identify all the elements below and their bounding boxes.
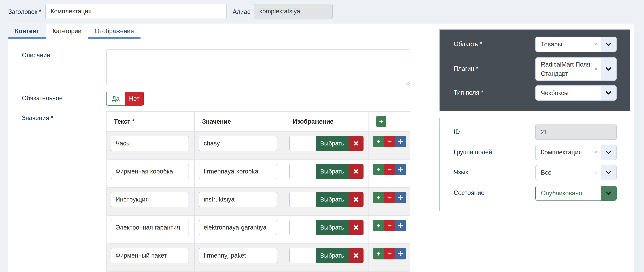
remove-image-button[interactable] [348, 248, 363, 263]
chevron-down-icon[interactable] [601, 165, 616, 180]
row-add-button[interactable]: + [373, 248, 384, 259]
area-label: Область * [454, 40, 482, 48]
clear-x-icon[interactable]: × [594, 149, 597, 156]
image-picker: Выбрать [290, 164, 364, 179]
choose-image-button[interactable]: Выбрать [316, 248, 348, 263]
field-type-label: Тип поля * [454, 89, 483, 96]
field-edit-page: Заголовок * Алиас Контент Категории Отоб… [0, 0, 644, 272]
remove-image-button[interactable] [348, 220, 363, 235]
language-select[interactable]: Все × [535, 165, 617, 180]
row-move-handle[interactable] [395, 164, 406, 175]
field-details-panel: ID Группа полей Комплектация × Язык Все … [439, 118, 630, 211]
clear-x-icon[interactable]: × [594, 66, 597, 72]
image-picker: Выбрать [290, 192, 364, 207]
row-actions: + − [373, 248, 410, 259]
tab-content[interactable]: Контент [8, 24, 46, 38]
row-value-input[interactable] [199, 248, 277, 263]
row-value-input[interactable] [199, 136, 277, 151]
tab-display[interactable]: Отображение [88, 24, 140, 38]
chevron-down-icon[interactable] [601, 58, 616, 80]
chevron-down-icon[interactable] [601, 186, 616, 201]
remove-image-button[interactable] [348, 164, 363, 179]
remove-image-button[interactable] [348, 192, 363, 207]
row-add-button[interactable]: + [373, 220, 384, 231]
row-text-input[interactable] [111, 136, 189, 151]
row-move-handle[interactable] [395, 248, 406, 259]
alias-label: Алиас [232, 8, 250, 16]
row-move-handle[interactable] [395, 192, 406, 203]
row-remove-button[interactable]: − [384, 136, 395, 147]
state-row: Состояние Опубликовано [440, 186, 630, 201]
required-no-button[interactable]: Нет [125, 92, 144, 106]
add-row-button[interactable]: + [376, 116, 386, 127]
field-type-row: Тип поля * Чекбоксы [440, 85, 630, 101]
clear-x-icon[interactable]: × [594, 170, 597, 176]
cross-icon [354, 169, 358, 174]
choose-image-button[interactable]: Выбрать [316, 220, 348, 235]
title-alias-bar: Заголовок * Алиас [0, 0, 644, 23]
move-icon [398, 223, 403, 228]
row-text-input[interactable] [111, 248, 189, 263]
choose-image-button[interactable]: Выбрать [316, 164, 348, 179]
row-text-input[interactable] [111, 220, 189, 235]
plugin-row: Плагин * RadicalMart Поля: Стандарт × [440, 57, 630, 81]
row-text-input[interactable] [111, 192, 189, 207]
group-select[interactable]: Комплектация × [535, 145, 617, 160]
minus-icon: − [388, 222, 392, 230]
plus-icon: + [376, 250, 380, 258]
area-select[interactable]: Товары × [535, 37, 617, 52]
plugin-select-value: RadicalMart Поля: Стандарт [536, 58, 601, 80]
plugin-label: Плагин * [454, 65, 478, 72]
alias-input [254, 4, 333, 19]
clear-x-icon[interactable]: × [594, 41, 597, 47]
plus-icon: + [379, 117, 383, 125]
id-label: ID [454, 128, 460, 135]
plugin-select[interactable]: RadicalMart Поля: Стандарт × [535, 57, 617, 81]
tab-categories[interactable]: Категории [46, 24, 88, 38]
image-path-input[interactable] [290, 248, 316, 263]
remove-image-button[interactable] [348, 136, 363, 151]
move-icon [398, 195, 403, 200]
image-path-input[interactable] [290, 136, 316, 151]
row-remove-button[interactable]: − [384, 248, 395, 259]
state-select[interactable]: Опубликовано [535, 186, 617, 201]
required-yes-button[interactable]: Да [106, 92, 125, 106]
description-textarea[interactable] [106, 49, 410, 85]
row-move-handle[interactable] [395, 220, 406, 231]
row-remove-button[interactable]: − [384, 192, 395, 203]
title-label: Заголовок * [8, 8, 41, 16]
area-row: Область * Товары × [440, 37, 630, 52]
field-type-select[interactable]: Чекбоксы [535, 85, 617, 101]
chevron-down-icon[interactable] [601, 145, 616, 160]
choose-image-button[interactable]: Выбрать [316, 192, 348, 207]
plus-icon: + [376, 165, 380, 174]
choose-image-button[interactable]: Выбрать [316, 136, 348, 151]
title-input[interactable] [45, 4, 227, 19]
plus-icon: + [376, 222, 380, 230]
row-value-input[interactable] [199, 164, 277, 179]
required-toggle: Да Нет [106, 92, 144, 106]
row-add-button[interactable]: + [373, 192, 384, 203]
chevron-down-icon[interactable] [601, 37, 616, 52]
chevron-down-icon[interactable] [601, 86, 616, 100]
row-value-input[interactable] [199, 220, 277, 235]
row-text-input[interactable] [111, 164, 189, 179]
row-add-button[interactable]: + [373, 164, 384, 175]
image-path-input[interactable] [290, 164, 316, 179]
group-row: Группа полей Комплектация × [440, 145, 630, 160]
area-select-value: Товары [536, 37, 601, 52]
row-move-handle[interactable] [395, 136, 406, 147]
group-select-value: Комплектация [536, 145, 601, 160]
cross-icon [354, 225, 358, 230]
row-remove-button[interactable]: − [384, 164, 395, 175]
image-path-input[interactable] [290, 192, 316, 207]
row-actions: + − [373, 220, 410, 231]
values-label: Значения * [22, 114, 53, 121]
field-type-select-value: Чекбоксы [536, 86, 601, 100]
row-add-button[interactable]: + [373, 136, 384, 147]
image-picker: Выбрать [290, 136, 364, 151]
row-value-input[interactable] [199, 192, 277, 207]
row-remove-button[interactable]: − [384, 220, 395, 231]
image-path-input[interactable] [290, 220, 316, 235]
id-row: ID [440, 124, 630, 140]
